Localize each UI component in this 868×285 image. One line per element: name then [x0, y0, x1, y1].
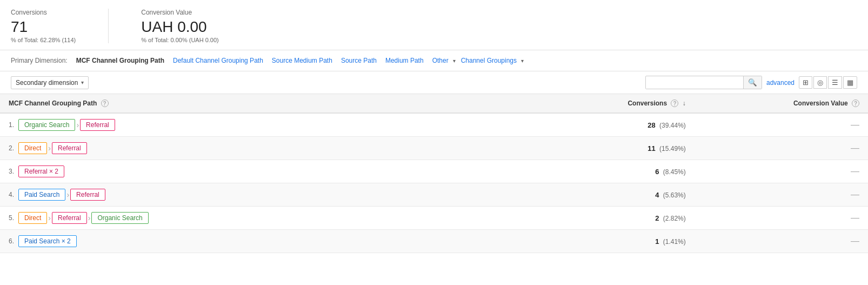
conversion-value-cell: — [695, 137, 868, 160]
path-cell: 5.Direct›Referral›Organic Search [0, 207, 521, 230]
path-cell: 2.Direct›Referral [0, 137, 521, 160]
conversions-main: 4 [655, 191, 659, 199]
view-icon-list[interactable]: ☰ [828, 76, 842, 89]
col-header-value: Conversion Value ? [695, 94, 868, 113]
view-icons: ⊞ ◎ ☰ ▦ [799, 76, 857, 89]
toolbar-right: 🔍 advanced ⊞ ◎ ☰ ▦ [645, 76, 857, 89]
col-conversions-label: Conversions [627, 100, 667, 107]
path-tag[interactable]: Referral [80, 119, 115, 131]
conversion-value-cell: — [695, 160, 868, 183]
search-box: 🔍 [645, 76, 762, 89]
search-input[interactable] [646, 77, 743, 89]
path-tag[interactable]: Referral [52, 142, 87, 154]
view-icon-pie[interactable]: ◎ [813, 76, 827, 89]
path-cell: 3.Referral × 2 [0, 160, 521, 183]
dim-source-path[interactable]: Source Path [338, 56, 380, 65]
path-chevron-icon: › [48, 144, 51, 153]
dim-source-medium-path[interactable]: Source Medium Path [269, 56, 336, 65]
conversions-cell: 6 (8.45%) [521, 160, 695, 183]
primary-dim-bar: Primary Dimension: MCF Channel Grouping … [0, 50, 868, 71]
dim-channel-groupings-arrow: ▾ [521, 58, 524, 64]
path-tag[interactable]: Paid Search × 2 [18, 235, 77, 247]
dim-channel-groupings-label: Channel Groupings [458, 56, 520, 65]
conversions-label: Conversions [11, 9, 76, 16]
dim-channel-groupings-dropdown[interactable]: Channel Groupings ▾ [458, 56, 524, 65]
conversions-main: 2 [655, 214, 659, 222]
conversions-cell: 4 (5.63%) [521, 183, 695, 207]
table-row: 5.Direct›Referral›Organic Search2 (2.82%… [0, 207, 868, 230]
conversions-metric: Conversions 71 % of Total: 62.28% (114) [11, 9, 76, 43]
primary-dim-label: Primary Dimension: [11, 57, 68, 64]
path-tag[interactable]: Direct [18, 212, 47, 224]
path-chevron-icon: › [48, 214, 51, 222]
col-conversions-help-icon[interactable]: ? [671, 100, 678, 107]
metric-divider [108, 9, 109, 43]
search-button[interactable]: 🔍 [743, 76, 762, 89]
row-number: 4. [9, 191, 14, 198]
secondary-dim-arrow: ▾ [81, 79, 84, 85]
data-table: MCF Channel Grouping Path ? Conversions … [0, 94, 868, 253]
conversions-pct: (39.44%) [658, 122, 686, 129]
path-chevron-icon: › [88, 214, 91, 222]
sort-down-icon[interactable]: ↓ [683, 100, 686, 107]
col-header-path: MCF Channel Grouping Path ? [0, 94, 521, 113]
advanced-link[interactable]: advanced [766, 79, 794, 87]
table-header-row: MCF Channel Grouping Path ? Conversions … [0, 94, 868, 113]
conversion-value-cell: — [695, 183, 868, 207]
conversions-pct: (5.63%) [661, 191, 685, 199]
table-row: 3.Referral × 26 (8.45%)— [0, 160, 868, 183]
conversion-value-sub: % of Total: 0.00% (UAH 0.00) [141, 37, 218, 43]
path-tag[interactable]: Organic Search [91, 212, 148, 224]
dim-other-dropdown[interactable]: Other ▾ [429, 56, 456, 65]
path-tag[interactable]: Organic Search [18, 119, 75, 131]
path-tag[interactable]: Direct [18, 142, 47, 154]
path-chevron-icon: › [66, 190, 69, 199]
path-tag[interactable]: Referral [70, 189, 105, 201]
col-value-help-icon[interactable]: ? [852, 100, 859, 107]
conversions-main: 6 [655, 168, 659, 176]
conversions-pct: (8.45%) [661, 168, 685, 176]
conversions-value: 71 [11, 18, 76, 36]
path-cell: 1.Organic Search›Referral [0, 113, 521, 137]
path-tag[interactable]: Referral [52, 212, 87, 224]
secondary-dim-bar: Secondary dimension ▾ 🔍 advanced ⊞ ◎ ☰ ▦ [0, 71, 868, 94]
table-row: 6.Paid Search × 21 (1.41%)— [0, 230, 868, 253]
conversions-main: 1 [655, 237, 659, 246]
path-chevron-icon: › [76, 121, 79, 129]
view-icon-bar[interactable]: ▦ [843, 76, 857, 89]
conversion-value-metric: Conversion Value UAH 0.00 % of Total: 0.… [141, 9, 218, 43]
conversions-cell: 1 (1.41%) [521, 230, 695, 253]
dim-other-arrow: ▾ [453, 58, 456, 64]
secondary-dim-label: Secondary dimension [16, 79, 78, 87]
conversion-value-cell: — [695, 207, 868, 230]
metrics-bar: Conversions 71 % of Total: 62.28% (114) … [0, 0, 868, 50]
conversion-value-cell: — [695, 113, 868, 137]
table-row: 4.Paid Search›Referral4 (5.63%)— [0, 183, 868, 207]
row-number: 1. [9, 121, 14, 129]
path-tag[interactable]: Paid Search [18, 189, 65, 201]
path-cell: 6.Paid Search × 2 [0, 230, 521, 253]
conversions-cell: 11 (15.49%) [521, 137, 695, 160]
dim-medium-path[interactable]: Medium Path [382, 56, 427, 65]
dim-default-channel-grouping-path[interactable]: Default Channel Grouping Path [170, 56, 266, 65]
col-path-help-icon[interactable]: ? [101, 100, 109, 107]
conversions-main: 28 [647, 121, 655, 129]
conversions-cell: 28 (39.44%) [521, 113, 695, 137]
path-cell: 4.Paid Search›Referral [0, 183, 521, 207]
conversion-value-value: UAH 0.00 [141, 18, 218, 36]
conversions-sub: % of Total: 62.28% (114) [11, 37, 76, 43]
table-row: 1.Organic Search›Referral28 (39.44%)— [0, 113, 868, 137]
secondary-dim-dropdown[interactable]: Secondary dimension ▾ [11, 76, 89, 89]
conversions-main: 11 [647, 144, 655, 153]
path-tag[interactable]: Referral × 2 [18, 165, 64, 177]
conversions-cell: 2 (2.82%) [521, 207, 695, 230]
view-icon-grid[interactable]: ⊞ [799, 76, 812, 89]
conversion-value-label: Conversion Value [141, 9, 218, 16]
conversions-pct: (15.49%) [658, 145, 686, 153]
col-value-label: Conversion Value [793, 100, 848, 107]
conversion-value-cell: — [695, 230, 868, 253]
dim-mcf-channel-grouping-path[interactable]: MCF Channel Grouping Path [73, 56, 168, 65]
row-number: 6. [9, 237, 14, 245]
col-path-label: MCF Channel Grouping Path [9, 100, 97, 107]
conversions-pct: (2.82%) [661, 215, 685, 222]
